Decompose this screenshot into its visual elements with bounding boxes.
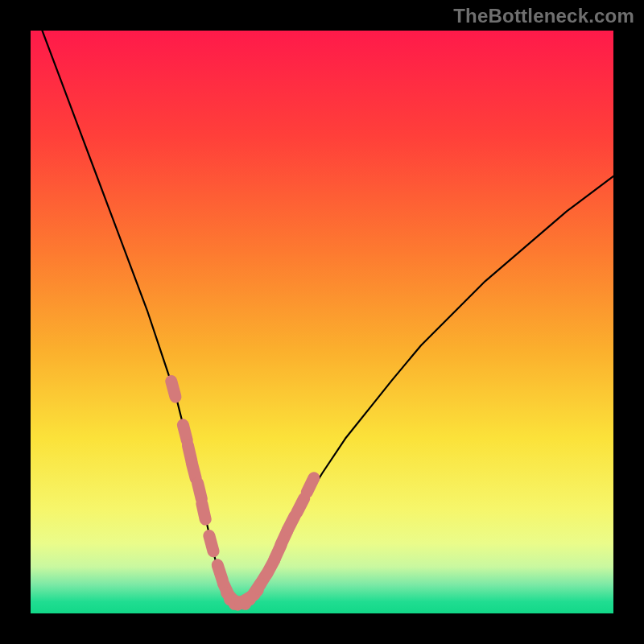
marker-dot [209,535,213,551]
chart-svg [31,31,613,613]
marker-dot [192,463,196,478]
marker-dot [307,478,314,493]
marker-dot [297,498,304,513]
marker-dot [171,382,175,397]
marker-dot [287,516,295,530]
marker-dot [202,504,205,520]
watermark-text: TheBottleneck.com [453,5,634,27]
marker-dot [198,483,202,498]
chart-frame: TheBottleneck.com [0,0,644,644]
marker-dot [183,425,187,440]
plot-area [31,31,613,613]
gradient-background [31,31,613,613]
